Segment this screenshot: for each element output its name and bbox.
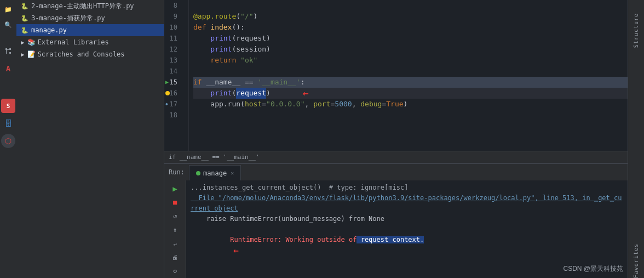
code-editor: 8 9 10 11 12 13 14 ▶ 15 16 ◆ 17 [164, 0, 628, 163]
output-line-truncated: ...instances_get_current_object() # type… [191, 183, 623, 193]
run-rerun-icon[interactable]: ↺ [169, 210, 181, 222]
code-line-8 [193, 0, 628, 11]
code-line-13: return "ok" [193, 55, 628, 66]
ln-18: 18 [164, 110, 182, 121]
favorites-label: Favorites [633, 241, 639, 278]
code-line-18 [193, 110, 628, 121]
ln-14: 14 [164, 66, 182, 77]
run-side-toolbar: ▶ ■ ↺ ⇑ ↵ 🖨 ⚙ [164, 180, 186, 278]
breadcrumb: if __name__ == '__main__' [164, 151, 628, 163]
ln-17: ◆ 17 [164, 99, 182, 110]
editor-area: 8 9 10 11 12 13 14 ▶ 15 16 ◆ 17 [164, 0, 628, 278]
python-icon-2: 🐍 [21, 15, 28, 22]
ln-11: 11 [164, 33, 182, 44]
ln-12: 12 [164, 44, 182, 55]
file-tree-item-1[interactable]: 🐍 2-manage-主动抛出HTTP异常.py [16, 0, 164, 12]
run-settings-icon[interactable]: ⚙ [169, 265, 181, 277]
file-tree-item-scratch[interactable]: ▶ 📝 Scratches and Consoles [16, 48, 164, 60]
collapse-icon: ▶ [21, 39, 25, 46]
left-toolbar: 📁 🔍 A S 🗄 ⬡ [0, 0, 16, 278]
ln-9: 9 [164, 11, 182, 22]
left-icon-search[interactable]: 🔍 [1, 18, 15, 32]
run-status-dot [196, 171, 200, 175]
code-lines-container[interactable]: @app.route("/") def index(): print(reque… [189, 0, 628, 151]
ln-15: ▶ 15 [164, 77, 182, 88]
run-output: ...instances_get_current_object() # type… [186, 180, 628, 278]
code-line-10: def index(): [193, 22, 628, 33]
run-triangle: ▶ [165, 77, 169, 88]
file-tree-item-ext[interactable]: ▶ 📚 External Libraries [16, 36, 164, 48]
structure-label: Structure [633, 13, 639, 48]
left-icon-folder[interactable]: 📁 [1, 2, 15, 16]
run-play-icon[interactable]: ▶ [169, 183, 181, 195]
close-tab-icon[interactable]: ✕ [231, 170, 234, 176]
right-sidebar: Structure Favorites [628, 0, 644, 278]
code-line-12: print(session) [193, 44, 628, 55]
python-icon: 🐍 [21, 3, 28, 10]
python-icon-3: 🐍 [21, 27, 28, 34]
run-tab-manage[interactable]: manage ✕ [189, 165, 241, 180]
output-line-blank [191, 267, 623, 277]
bookmark-icon: ◆ [165, 99, 168, 110]
breakpoint-indicator [165, 91, 170, 95]
run-stop-icon[interactable]: ■ [169, 196, 181, 208]
scratch-icon: 📝 [27, 50, 36, 58]
left-icon-git[interactable] [1, 44, 15, 58]
code-content: 8 9 10 11 12 13 14 ▶ 15 16 ◆ 17 [164, 0, 628, 151]
run-panel: Run: manage ✕ ▶ ■ ↺ ⇑ ↵ 🖨 ⚙ ...instances… [164, 163, 628, 278]
file-tree-item-manage[interactable]: 🐍 manage.py [16, 24, 164, 36]
code-line-11: print(request) [193, 33, 628, 44]
run-wrap-icon[interactable]: ↵ [169, 237, 181, 249]
file-tree-item-2[interactable]: 🐍 3-manage-捕获异常.py [16, 12, 164, 24]
left-icon-s[interactable]: S [1, 99, 15, 113]
left-icon-run[interactable]: ⬡ [1, 134, 15, 148]
left-icon-a[interactable]: A [1, 61, 15, 76]
red-arrow-output: ← [233, 245, 239, 256]
code-line-15: if __name__ == '__main__': [193, 77, 628, 88]
run-tabs: Run: manage ✕ [164, 164, 628, 180]
run-print-icon[interactable]: 🖨 [169, 251, 181, 263]
ln-16: 16 [164, 88, 182, 99]
run-label: Run: [164, 164, 189, 180]
left-icon-db[interactable]: 🗄 [1, 116, 15, 131]
ln-13: 13 [164, 55, 182, 66]
line-numbers: 8 9 10 11 12 13 14 ▶ 15 16 ◆ 17 [164, 0, 189, 151]
code-line-14 [193, 66, 628, 77]
file-tree-panel: 🐍 2-manage-主动抛出HTTP异常.py 🐍 3-manage-捕获异常… [16, 0, 164, 278]
red-arrow-code: ← [303, 88, 309, 99]
ext-lib-icon: 📚 [27, 38, 36, 46]
output-line-file-link[interactable]: File "/home/moluo/Anaconda3/envs/flask/l… [191, 193, 623, 214]
run-scroll-top-icon[interactable]: ⇑ [169, 224, 181, 236]
code-line-17: app.run(host="0.0.0.0", port=5000, debug… [193, 99, 628, 110]
code-line-9: @app.route("/") [193, 11, 628, 22]
code-line-16: print(request) ← [193, 88, 628, 99]
output-line-raise: raise RuntimeError(unbound_message) from… [191, 214, 623, 224]
svg-point-1 [9, 52, 12, 54]
ln-8: 8 [164, 0, 182, 11]
collapse-icon-2: ▶ [21, 51, 25, 58]
ln-10: 10 [164, 22, 182, 33]
watermark: CSDN @景天科技苑 [563, 264, 623, 274]
run-body: ▶ ■ ↺ ⇑ ↵ 🖨 ⚙ ...instances_get_current_o… [164, 180, 628, 278]
output-line-runtime-error: RuntimeError: Working outside of request… [191, 224, 623, 267]
